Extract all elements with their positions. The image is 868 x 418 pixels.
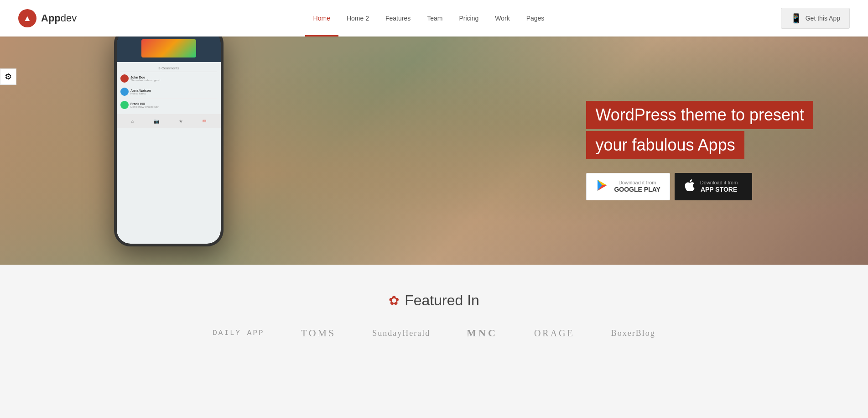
phone-mockup: 3 Comments John DoeThis video is damn go… (114, 37, 242, 265)
brand-boxerblog[interactable]: BoxerBlog (611, 329, 655, 338)
settings-fab[interactable]: ⚙ (0, 68, 16, 85)
nav-item-work[interactable]: Work (487, 0, 518, 37)
brand-orage[interactable]: ORAGE (534, 328, 575, 339)
featured-title-text: Featured In (405, 292, 479, 309)
header: ▲ Appdev Home Home 2 Features Team Prici… (0, 0, 868, 37)
apple-icon (684, 179, 695, 194)
header-cta: 📱 Get this App (781, 8, 850, 29)
app-store-button[interactable]: Download it from APP STORE (675, 173, 752, 200)
brand-sundayherald[interactable]: SundayHerald (372, 329, 430, 338)
google-play-label-top: Download it from (614, 180, 660, 186)
featured-section: ✿ Featured In DAILY APP TOMS SundayHeral… (0, 265, 868, 362)
phone-icon: 📱 (790, 13, 802, 24)
nav-item-home[interactable]: Home (305, 0, 338, 37)
app-store-label-bottom: APP STORE (700, 186, 738, 193)
featured-logos: DAILY APP TOMS SundayHerald MNC ORAGE Bo… (18, 327, 850, 339)
hero-content: WordPress theme to present your fabulous… (586, 101, 813, 200)
get-app-label: Get this App (806, 15, 840, 22)
google-play-label-bottom: GOOGLE PLAY (614, 186, 660, 193)
google-play-button[interactable]: Download it from GOOGLE PLAY (586, 173, 670, 200)
get-app-button[interactable]: 📱 Get this App (781, 8, 850, 29)
google-play-icon (596, 179, 608, 194)
main-nav: Home Home 2 Features Team Pricing Work P… (305, 0, 553, 37)
app-store-label-top: Download it from (700, 180, 738, 186)
featured-title: ✿ Featured In (18, 292, 850, 309)
brand-toms[interactable]: TOMS (301, 327, 336, 339)
logo-part1: App (41, 12, 61, 24)
logo-text[interactable]: Appdev (41, 12, 77, 24)
hero-title: WordPress theme to present your fabulous… (586, 101, 813, 159)
nav-item-home2[interactable]: Home 2 (338, 0, 377, 37)
hero-buttons: Download it from GOOGLE PLAY Download it… (586, 173, 813, 200)
logo-part2: dev (61, 12, 77, 24)
nav-item-team[interactable]: Team (419, 0, 451, 37)
brand-dailyapp[interactable]: DAILY APP (213, 329, 264, 337)
logo-symbol: ▲ (23, 14, 31, 23)
logo-area: ▲ Appdev (18, 9, 77, 27)
nav-item-features[interactable]: Features (377, 0, 419, 37)
phone-outer: 3 Comments John DoeThis video is damn go… (114, 37, 223, 246)
hero-section: 3 Comments John DoeThis video is damn go… (0, 37, 868, 265)
brand-mnc[interactable]: MNC (467, 327, 498, 339)
google-play-text: Download it from GOOGLE PLAY (614, 180, 660, 193)
nav-item-pricing[interactable]: Pricing (451, 0, 487, 37)
nav-item-pages[interactable]: Pages (518, 0, 553, 37)
featured-icon: ✿ (389, 293, 399, 308)
gear-icon: ⚙ (5, 72, 12, 82)
phone-screen: 3 Comments John DoeThis video is damn go… (117, 37, 221, 244)
hero-title-line1: WordPress theme to present (586, 101, 813, 129)
hero-title-line2: your fabulous Apps (586, 131, 744, 159)
logo-icon[interactable]: ▲ (18, 9, 36, 27)
app-store-text: Download it from APP STORE (700, 180, 738, 193)
